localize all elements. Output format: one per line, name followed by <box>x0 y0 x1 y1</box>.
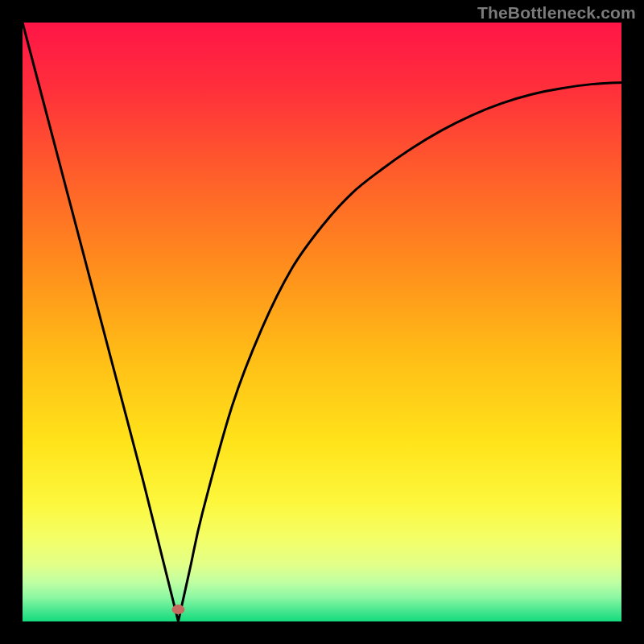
chart-background-gradient <box>23 23 621 621</box>
chart-svg <box>23 23 621 621</box>
chart-plot-area <box>23 23 621 621</box>
attribution-text: TheBottleneck.com <box>477 3 636 23</box>
chart-notch-marker <box>171 605 184 614</box>
